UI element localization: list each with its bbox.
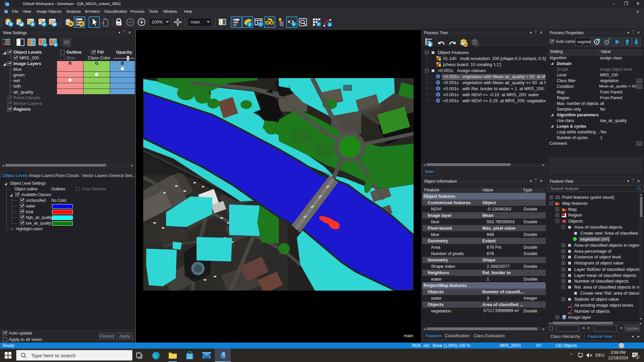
svg-text:?: ? (608, 38, 610, 42)
svg-text:3: 3 (636, 356, 638, 359)
